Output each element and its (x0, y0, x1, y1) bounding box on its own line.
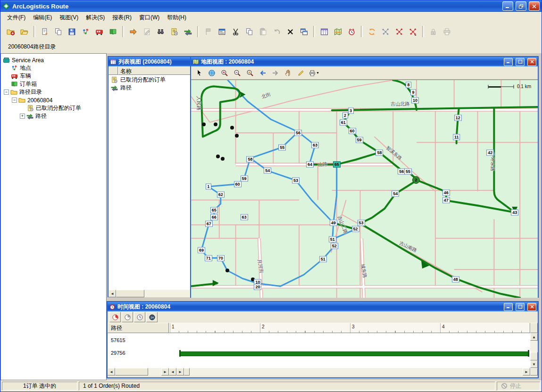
toolbar-edit-item-button[interactable] (141, 25, 153, 38)
toolbar-list-view-button[interactable] (318, 25, 331, 38)
map-minimize-button[interactable] (504, 58, 513, 66)
time-clock-day-button[interactable] (109, 312, 121, 322)
time-vscrollbar[interactable]: ▲ ▼ (530, 333, 538, 368)
scroll-thumb[interactable] (116, 290, 144, 297)
scroll-right-arrow-icon[interactable]: ► (523, 368, 530, 376)
menu-item-view[interactable]: 视图(V) (56, 12, 82, 23)
map-print-button[interactable]: ▾ (308, 67, 320, 79)
time-clock-quarter-button[interactable] (122, 312, 133, 322)
toolbar-new-window-button[interactable] (298, 25, 310, 38)
toolbar-vehicles-button[interactable] (93, 25, 106, 38)
map-close-button[interactable] (527, 58, 536, 66)
toolbar-orders-button[interactable] (107, 25, 119, 38)
toolbar-add-routing-folder-button[interactable] (4, 25, 17, 38)
map-stop-marker[interactable]: 56 (294, 130, 302, 136)
map-select-pointer-button[interactable] (193, 67, 205, 79)
time-window-titlebar[interactable]: 时间视图 : 20060804 (108, 302, 538, 311)
scroll-thumb[interactable] (184, 368, 190, 376)
tree-expander-plus-icon[interactable]: + (20, 114, 25, 119)
map-stop-marker[interactable]: 59 (241, 175, 248, 181)
list-header-name[interactable]: 名称 (118, 66, 191, 75)
map-stop-marker[interactable]: 63 (241, 214, 248, 220)
menu-item-edit[interactable]: 编辑(E) (29, 12, 56, 23)
toolbar-properties-button[interactable] (216, 25, 228, 38)
time-row[interactable]: 57615 (108, 335, 530, 347)
minimize-button[interactable] (502, 1, 513, 11)
scroll-thumb[interactable] (530, 352, 538, 360)
time-minimize-button[interactable] (504, 303, 513, 311)
time-hscrollbar[interactable]: ◄ ► ◄ ► ► (108, 368, 538, 376)
time-close-button[interactable] (527, 303, 536, 311)
map-stop-marker[interactable]: 65 (333, 162, 341, 168)
menu-item-file[interactable]: 文件(F) (3, 12, 29, 23)
map-stop-marker[interactable]: 58 (375, 149, 383, 155)
map-stop-marker[interactable]: 65 (210, 207, 218, 213)
time-clock-plain-button[interactable] (134, 312, 145, 322)
map-stop-marker[interactable]: 2 (342, 113, 348, 119)
toolbar-paste-button[interactable] (257, 25, 269, 38)
toolbar-copy-button[interactable] (243, 25, 256, 38)
toolbar-open-folder-button[interactable] (18, 25, 31, 38)
dropdown-arrow-icon[interactable]: ▾ (317, 71, 318, 75)
map-stop-marker[interactable]: 55 (404, 169, 412, 175)
toolbar-solve-button[interactable] (366, 25, 378, 38)
map-stop-marker[interactable]: 9 (410, 90, 416, 96)
time-maximize-button[interactable] (516, 303, 525, 311)
map-stop-marker[interactable]: 70 (217, 255, 225, 261)
map-zoom-selected-button[interactable] (244, 67, 256, 79)
map-stop-marker[interactable]: 10 (411, 97, 419, 103)
unassigned-order-dot[interactable] (202, 122, 206, 126)
toolbar-find-button[interactable] (154, 25, 167, 38)
map-stop-marker[interactable]: 53 (292, 177, 300, 183)
unassigned-order-dot[interactable] (225, 269, 229, 272)
unassigned-order-dot[interactable] (216, 155, 220, 158)
map-stop-marker[interactable]: 8 (406, 82, 411, 88)
tree-item[interactable]: Service Area (1, 56, 106, 64)
menu-item-solve[interactable]: 解决(S) (82, 12, 108, 23)
map-stop-marker[interactable]: 64 (306, 162, 314, 168)
map-stop-marker[interactable]: 48 (452, 277, 459, 283)
scroll-left-arrow-icon[interactable]: ◄ (108, 290, 116, 297)
map-stop-marker[interactable]: 52 (352, 226, 359, 232)
tree-item[interactable]: 地点 (1, 64, 106, 72)
map-canvas[interactable]: 北街吉山北路外环东路智溪东路山路吉山二路吉山南路城东路月河街人民路8910236… (191, 80, 538, 298)
map-stop-marker[interactable]: 69 (198, 247, 205, 253)
map-stop-marker[interactable]: 20 (254, 284, 261, 290)
map-stop-marker[interactable]: 61 (340, 119, 347, 125)
map-prev-extent-button[interactable] (257, 67, 269, 79)
toolbar-lock-button[interactable] (427, 25, 440, 38)
route-badge[interactable]: 2 (412, 176, 420, 184)
unassigned-order-dot[interactable] (214, 122, 217, 126)
toolbar-map-view-button[interactable] (332, 25, 344, 38)
menu-item-window[interactable]: 窗口(W) (135, 12, 163, 23)
pane-right-arrow-icon[interactable]: ► (176, 368, 184, 376)
toolbar-time-view-button[interactable] (345, 25, 358, 38)
toolbar-network-plain-button[interactable] (379, 25, 392, 38)
unassigned-order-dot[interactable] (230, 126, 234, 130)
scroll-down-arrow-icon[interactable]: ▼ (530, 360, 538, 368)
toolbar-cut-button[interactable] (229, 25, 242, 38)
map-zoom-in-button[interactable] (218, 67, 231, 79)
map-stop-marker[interactable]: 54 (264, 168, 271, 174)
map-stop-marker[interactable]: 66 (210, 214, 218, 220)
map-stop-marker[interactable]: 12 (454, 115, 462, 121)
map-stop-marker[interactable]: 54 (392, 191, 399, 197)
map-stop-marker[interactable]: 3 (348, 108, 354, 114)
toolbar-network-red-alt-button[interactable] (407, 25, 419, 38)
menu-item-report[interactable]: 报表(R) (108, 12, 135, 23)
map-stop-marker[interactable]: 58 (246, 156, 254, 162)
restore-button[interactable] (516, 1, 526, 11)
map-stop-marker[interactable]: 51 (319, 256, 327, 262)
tree-item[interactable]: 已取消分配的订单 (1, 104, 106, 112)
map-stop-marker[interactable]: 49 (330, 220, 337, 226)
unassigned-order-dot[interactable] (235, 134, 239, 138)
toolbar-flag-button[interactable] (202, 25, 215, 38)
map-stop-marker[interactable]: 71 (205, 255, 212, 261)
tree-item[interactable]: 订单箱 (1, 80, 106, 88)
menu-item-help[interactable]: 帮助(H) (163, 12, 190, 23)
map-stop-marker[interactable]: 67 (205, 221, 213, 227)
toolbar-export-button[interactable] (441, 25, 453, 38)
tree-item[interactable]: −路径目录 (1, 88, 106, 96)
map-stop-marker[interactable]: 46 (442, 190, 450, 196)
time-clock-24-button[interactable]: 24 (146, 312, 158, 322)
